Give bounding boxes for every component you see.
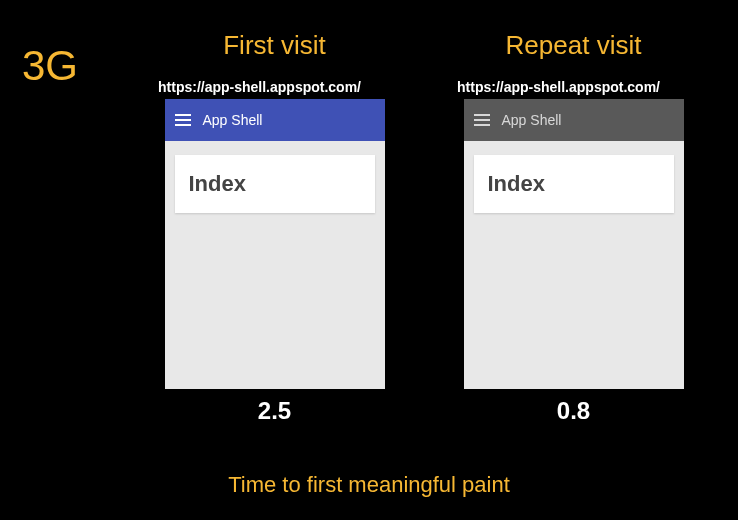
timing-value: 0.8 [557,397,590,425]
content-card: Index [175,155,375,213]
repeat-visit-column: Repeat visit https://app-shell.appspot.c… [429,30,718,425]
comparison-columns: First visit https://app-shell.appspot.co… [130,30,718,425]
first-visit-column: First visit https://app-shell.appspot.co… [130,30,419,425]
url-label: https://app-shell.appspot.com/ [457,79,660,95]
hamburger-icon[interactable] [474,114,490,126]
phone-mockup: App Shell Index [464,99,684,389]
content-card: Index [474,155,674,213]
appbar-title: App Shell [502,112,562,128]
column-title: First visit [223,30,326,61]
app-bar: App Shell [464,99,684,141]
network-label: 3G [22,42,78,90]
timing-value: 2.5 [258,397,291,425]
caption: Time to first meaningful paint [0,472,738,498]
phone-content: Index [464,141,684,227]
url-label: https://app-shell.appspot.com/ [158,79,361,95]
hamburger-icon[interactable] [175,114,191,126]
column-title: Repeat visit [506,30,642,61]
card-title: Index [189,171,361,197]
app-bar: App Shell [165,99,385,141]
appbar-title: App Shell [203,112,263,128]
card-title: Index [488,171,660,197]
phone-content: Index [165,141,385,227]
phone-mockup: App Shell Index [165,99,385,389]
